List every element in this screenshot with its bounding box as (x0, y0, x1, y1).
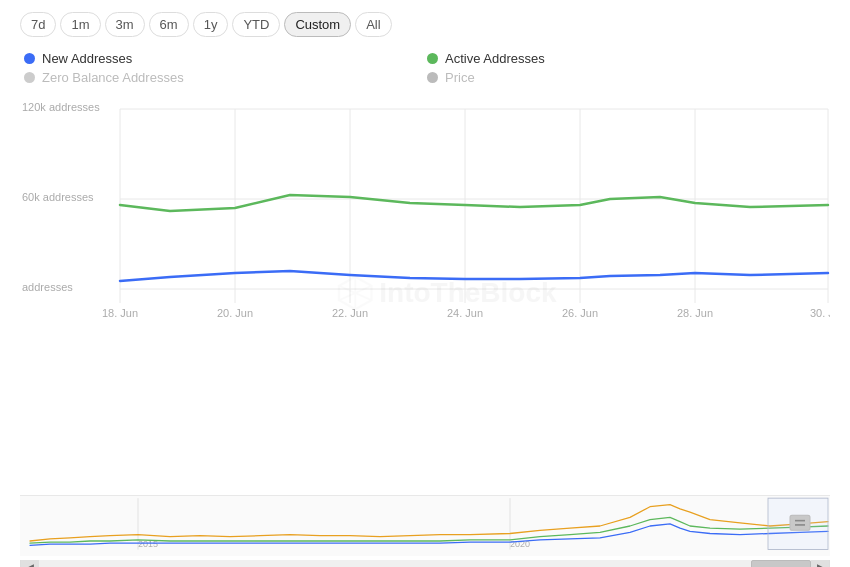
svg-text:26. Jun: 26. Jun (562, 307, 598, 319)
svg-text:60k addresses: 60k addresses (22, 191, 94, 203)
time-btn-1m[interactable]: 1m (60, 12, 100, 37)
svg-text:20. Jun: 20. Jun (217, 307, 253, 319)
time-btn-ytd[interactable]: YTD (232, 12, 280, 37)
scroll-thumb[interactable] (751, 560, 811, 567)
svg-text:24. Jun: 24. Jun (447, 307, 483, 319)
legend-label: Zero Balance Addresses (42, 70, 184, 85)
time-btn-7d[interactable]: 7d (20, 12, 56, 37)
time-btn-1y[interactable]: 1y (193, 12, 229, 37)
svg-text:30. Jun: 30. Jun (810, 307, 830, 319)
main-chart-svg: 120k addresses 60k addresses addresses 1… (20, 93, 830, 373)
svg-text:addresses: addresses (22, 281, 73, 293)
main-chart-area: IntoTheBlock 120k addresses 60k addresse… (20, 93, 830, 493)
legend-label: Price (445, 70, 475, 85)
legend-item-zero-balance-addresses[interactable]: Zero Balance Addresses (24, 70, 427, 85)
mini-chart-svg: 2015 2020 (20, 496, 830, 556)
legend-dot (24, 72, 35, 83)
legend-item-new-addresses[interactable]: New Addresses (24, 51, 427, 66)
legend-label: New Addresses (42, 51, 132, 66)
svg-text:120k addresses: 120k addresses (22, 101, 100, 113)
scroll-bar[interactable]: ◀ ▶ (20, 560, 830, 567)
legend-dot (427, 53, 438, 64)
scroll-track[interactable] (39, 560, 811, 567)
legend-dot (24, 53, 35, 64)
legend-item-price[interactable]: Price (427, 70, 830, 85)
time-btn-6m[interactable]: 6m (149, 12, 189, 37)
svg-text:28. Jun: 28. Jun (677, 307, 713, 319)
time-btn-3m[interactable]: 3m (105, 12, 145, 37)
main-container: 7d1m3m6m1yYTDCustomAll New AddressesActi… (0, 0, 850, 567)
mini-chart-container: 2015 2020 ◀ ▶ (20, 495, 830, 567)
svg-text:18. Jun: 18. Jun (102, 307, 138, 319)
svg-text:22. Jun: 22. Jun (332, 307, 368, 319)
svg-rect-30 (790, 515, 810, 530)
legend-label: Active Addresses (445, 51, 545, 66)
legend-item-active-addresses[interactable]: Active Addresses (427, 51, 830, 66)
chart-legend: New AddressesActive AddressesZero Balanc… (20, 51, 830, 85)
time-btn-all[interactable]: All (355, 12, 391, 37)
scroll-right-button[interactable]: ▶ (811, 560, 829, 567)
time-range-selector: 7d1m3m6m1yYTDCustomAll (20, 12, 830, 37)
scroll-left-button[interactable]: ◀ (21, 560, 39, 567)
time-btn-custom[interactable]: Custom (284, 12, 351, 37)
legend-dot (427, 72, 438, 83)
